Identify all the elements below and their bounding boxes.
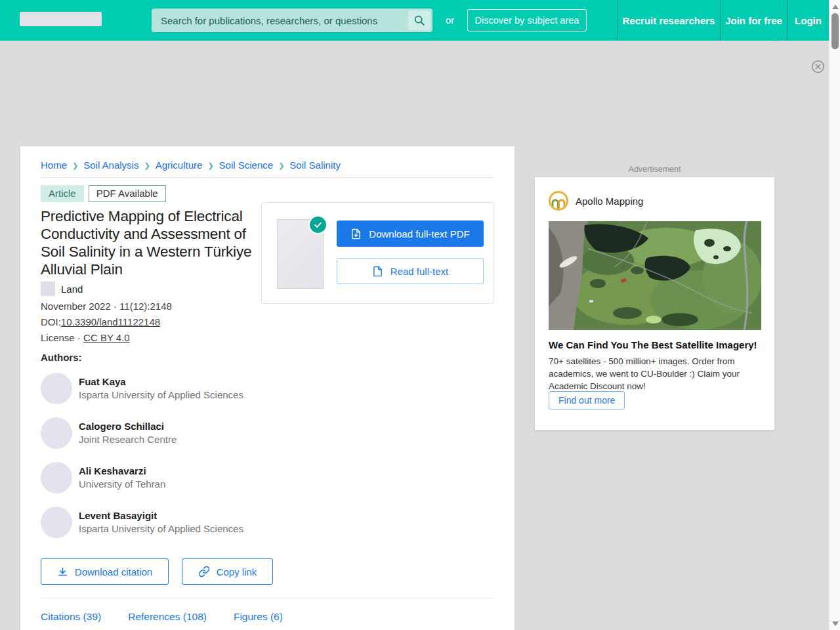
journal-cover-thumbnail [41,282,55,296]
satellite-image[interactable] [549,221,761,330]
journal-row[interactable]: Land [41,282,83,296]
search-input[interactable] [152,15,408,26]
author-row[interactable]: Ali Keshavarzi University of Tehran [41,462,165,494]
copy-link-button[interactable]: Copy link [182,558,273,585]
author-name[interactable]: Calogero Schillaci [79,420,177,433]
journal-name[interactable]: Land [61,284,83,295]
author-name[interactable]: Ali Keshavarzi [79,465,165,478]
author-row[interactable]: Fuat Kaya Isparta University of Applied … [41,373,243,404]
close-icon[interactable] [811,60,825,74]
doi-line: DOI:10.3390/land11122148 [41,316,160,327]
read-fulltext-label: Read full-text [390,266,448,277]
authors-label: Authors: [41,352,82,363]
top-navigation-bar: or Discover by subject area Recruit rese… [0,0,829,41]
link-icon [198,566,210,578]
author-affiliation: Isparta University of Applied Sciences [79,522,243,536]
author-row[interactable]: Levent Basayigit Isparta University of A… [41,507,243,538]
download-citation-label: Download citation [75,566,152,578]
license-line: License · CC BY 4.0 [41,332,130,343]
file-download-icon [350,228,362,240]
chevron-right-icon: ❯ [144,160,150,170]
breadcrumb: Home ❯ Soil Analysis ❯ Agriculture ❯ Soi… [41,159,341,171]
breadcrumb-soil-salinity[interactable]: Soil Salinity [289,159,341,171]
tags-row: Article PDF Available [41,185,166,202]
search-button[interactable] [408,10,430,30]
file-icon [372,266,383,277]
license-label: License · [41,332,81,343]
check-icon [308,215,327,234]
scrollbar-thumb[interactable] [831,13,839,49]
vertical-scrollbar[interactable] [829,0,840,630]
tab-references[interactable]: References (108) [128,611,207,623]
breadcrumb-home[interactable]: Home [41,159,67,171]
chevron-right-icon: ❯ [72,160,78,170]
site-logo[interactable] [20,12,102,26]
find-out-more-button[interactable]: Find out more [549,391,625,410]
author-affiliation: Joint Research Centre [79,433,177,446]
advertisement-card: Apollo Mapping [535,177,774,430]
avatar[interactable] [41,507,72,538]
doi-label: DOI: [41,316,61,327]
breadcrumb-soil-analysis[interactable]: Soil Analysis [83,159,138,171]
breadcrumb-agriculture[interactable]: Agriculture [156,159,203,171]
search-icon [413,14,425,26]
apollo-mapping-logo-icon[interactable] [549,191,568,211]
article-tabs: Citations (39) References (108) Figures … [41,611,283,623]
publication-date-volume: November 2022 · 11(12):2148 [41,301,172,312]
discover-by-subject-button[interactable]: Discover by subject area [467,9,587,32]
nav-recruit-researchers[interactable]: Recruit researchers [618,0,720,41]
author-row[interactable]: Calogero Schillaci Joint Research Centre [41,417,177,449]
article-type-badge: Article [41,185,84,202]
divider [41,598,494,598]
tab-citations[interactable]: Citations (39) [41,611,101,623]
citation-actions: Download citation Copy link [41,558,273,585]
ad-headline: We Can Find You The Best Satellite Image… [549,339,760,350]
doi-link[interactable]: 10.3390/land11122148 [61,316,160,327]
author-name[interactable]: Fuat Kaya [79,375,243,388]
pdf-available-badge: PDF Available [89,185,166,202]
avatar[interactable] [41,462,72,494]
chevron-right-icon: ❯ [207,160,213,170]
divider [41,177,494,178]
author-affiliation: Isparta University of Applied Sciences [79,388,243,402]
tab-figures[interactable]: Figures (6) [234,611,283,623]
license-link[interactable]: CC BY 4.0 [83,332,130,343]
article-card: Home ❯ Soil Analysis ❯ Agriculture ❯ Soi… [20,146,514,630]
read-fulltext-button[interactable]: Read full-text [337,258,484,284]
ad-brand-name[interactable]: Apollo Mapping [576,196,643,207]
download-icon [57,566,68,578]
page-title: Predictive Mapping of Electrical Conduct… [41,207,252,278]
download-fulltext-pdf-button[interactable]: Download full-text PDF [337,220,484,247]
download-citation-button[interactable]: Download citation [41,558,169,585]
copy-link-label: Copy link [217,566,257,578]
search-bar [152,9,432,32]
advertisement-label: Advertisement [535,165,774,174]
breadcrumb-soil-science[interactable]: Soil Science [219,159,274,171]
or-label: or [446,14,454,26]
fulltext-action-card: Download full-text PDF Read full-text [261,202,494,304]
nav-login[interactable]: Login [788,0,829,41]
scroll-up-icon[interactable] [832,5,839,9]
chevron-right-icon: ❯ [278,160,284,170]
download-fulltext-label: Download full-text PDF [369,228,469,240]
author-name[interactable]: Levent Basayigit [79,509,243,522]
scroll-down-icon[interactable] [832,621,839,626]
avatar[interactable] [41,417,72,449]
ad-body-text: 70+ satellites - 500 million+ images. Or… [549,355,761,392]
avatar[interactable] [41,373,72,404]
author-affiliation: University of Tehran [79,478,165,491]
nav-join-for-free[interactable]: Join for free [721,0,787,41]
